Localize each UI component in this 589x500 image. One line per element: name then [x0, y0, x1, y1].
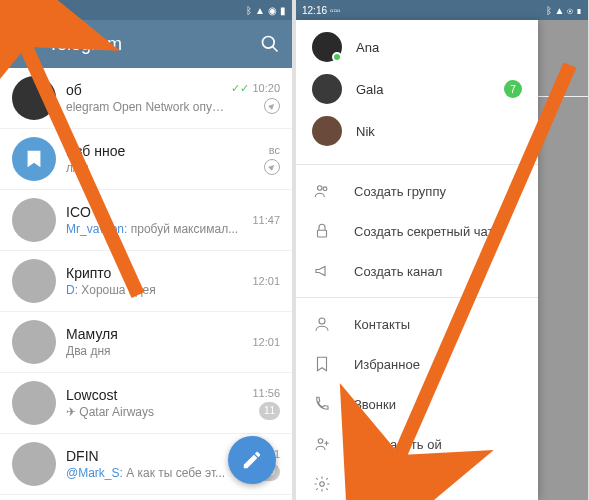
pin-icon — [264, 98, 280, 114]
invite-icon — [312, 434, 332, 454]
svg-point-0 — [263, 37, 275, 49]
signal-icon: ▲ — [255, 5, 265, 16]
menu-secret-chat[interactable]: Создать секретный чат — [296, 211, 538, 251]
svg-point-7 — [320, 482, 325, 487]
menu-label: Создать группу — [354, 184, 446, 199]
chat-name: об — [66, 82, 225, 98]
svg-point-6 — [318, 439, 323, 444]
menu-contacts[interactable]: Контакты — [296, 304, 538, 344]
divider — [296, 164, 538, 165]
status-bar: 12:16▫▫▫ ᛒ ▲ ◉ ▮ — [296, 0, 588, 20]
avatar — [312, 32, 342, 62]
chat-item-dimmed: 10:20 — [538, 68, 588, 97]
menu-calls[interactable]: Звонки — [296, 384, 538, 424]
pin-icon — [264, 159, 280, 175]
svg-line-1 — [273, 47, 278, 52]
menu-label: Звонки — [354, 397, 396, 412]
chat-item[interactable]: DFIN Oladotun: 👍 11:47 — [0, 495, 292, 500]
read-check-icon: ✓✓ — [231, 82, 249, 94]
svg-point-5 — [319, 318, 325, 324]
phone-left: 12:16 ▫▫▫ ᛒ ▲ ◉ ▮ Telegram — [0, 0, 292, 500]
avatar — [12, 137, 56, 181]
menu-label: Пригласить ой — [354, 437, 442, 452]
menu-button[interactable] — [12, 37, 30, 51]
status-time: 12:16 — [302, 5, 327, 16]
bluetooth-icon: ᛒ — [246, 5, 252, 16]
lock-icon — [312, 221, 332, 241]
chat-item[interactable]: Изб нное л/сч вс — [0, 129, 292, 190]
unread-badge: 11 — [259, 402, 280, 420]
divider — [296, 297, 538, 298]
menu-label: Контакты — [354, 317, 410, 332]
avatar — [12, 198, 56, 242]
chat-preview: л/сч — [66, 161, 258, 175]
chat-name: DFIN — [66, 448, 246, 464]
chat-preview: Mr_vavilon: пробуй максимал... — [66, 222, 246, 236]
chat-item[interactable]: Мамуля Два дня 12:01 — [0, 312, 292, 373]
account-item[interactable]: Ana — [296, 26, 538, 68]
contact-icon — [312, 314, 332, 334]
avatar — [312, 74, 342, 104]
online-indicator — [332, 52, 342, 62]
account-name: Gala — [356, 82, 504, 97]
compose-button[interactable] — [228, 436, 276, 484]
group-icon — [312, 181, 332, 201]
chat-item[interactable]: Lowcost ✈ Qatar Airways 11:56 11 — [0, 373, 292, 434]
account-name: Nik — [356, 124, 522, 139]
chat-name: Изб нное — [66, 143, 258, 159]
menu-create-channel[interactable]: Создать канал — [296, 251, 538, 291]
account-item[interactable]: Nik — [296, 110, 538, 152]
account-item[interactable]: Gala 7 — [296, 68, 538, 110]
phone-icon — [312, 394, 332, 414]
bookmark-icon — [312, 354, 332, 374]
account-name: Ana — [356, 40, 522, 55]
chat-name: ICO — [66, 204, 246, 220]
menu-label: Создать секретный чат — [354, 224, 493, 239]
status-time: 12:16 — [6, 5, 31, 16]
notification-icon: ▫▫▫ — [34, 5, 45, 16]
megaphone-icon — [312, 261, 332, 281]
svg-point-2 — [318, 186, 323, 191]
menu-saved[interactable]: Избранное — [296, 344, 538, 384]
avatar — [12, 259, 56, 303]
phone-right: 12:16▫▫▫ ᛒ ▲ ◉ ▮ Ana Gala 7 Nik — [296, 0, 588, 500]
navigation-drawer: Ana Gala 7 Nik Создать группу Созд — [296, 20, 538, 500]
menu-label: Настройки — [354, 477, 418, 492]
wifi-icon: ◉ — [268, 5, 277, 16]
app-title: Telegram — [48, 34, 122, 55]
menu-create-group[interactable]: Создать группу — [296, 171, 538, 211]
menu-settings[interactable]: Настройки — [296, 464, 538, 500]
svg-rect-4 — [318, 230, 327, 237]
avatar — [12, 442, 56, 486]
chat-item[interactable]: ICO Mr_vavilon: пробуй максимал... 11:47 — [0, 190, 292, 251]
menu-invite[interactable]: Пригласить ой — [296, 424, 538, 464]
status-bar: 12:16 ▫▫▫ ᛒ ▲ ◉ ▮ — [0, 0, 292, 20]
chat-preview: @Mark_S: А как ты себе эт... — [66, 466, 246, 480]
menu-label: Создать канал — [354, 264, 442, 279]
search-icon[interactable] — [260, 34, 280, 54]
chat-preview: elegram Open Network опублик... — [66, 100, 225, 114]
chat-item[interactable]: Крипто D: Хороша идея 12:01 — [0, 251, 292, 312]
chat-name: Крипто — [66, 265, 246, 281]
chat-preview: Два дня — [66, 344, 246, 358]
drawer-scrim[interactable]: 10:20 — [538, 20, 588, 500]
avatar — [12, 76, 56, 120]
chat-preview: ✈ Qatar Airways — [66, 405, 246, 419]
chat-item[interactable]: об elegram Open Network опублик... ✓✓ 10… — [0, 68, 292, 129]
avatar — [312, 116, 342, 146]
gear-icon — [312, 474, 332, 494]
accounts-section: Ana Gala 7 Nik — [296, 20, 538, 158]
app-header: Telegram — [0, 20, 292, 68]
battery-icon: ▮ — [280, 5, 286, 16]
unread-badge: 7 — [504, 80, 522, 98]
avatar — [12, 320, 56, 364]
menu-label: Избранное — [354, 357, 420, 372]
svg-point-3 — [323, 187, 327, 191]
avatar — [12, 381, 56, 425]
chat-preview: D: Хороша идея — [66, 283, 246, 297]
chat-name: Мамуля — [66, 326, 246, 342]
chat-name: Lowcost — [66, 387, 246, 403]
